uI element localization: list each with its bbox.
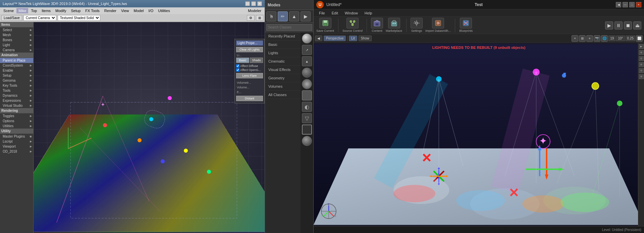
ue-3d-viewport[interactable]: LIGHTING NEEDS TO BE REBUILT (9 unbuilt … <box>314 43 644 226</box>
class-basic[interactable]: Basic <box>265 41 301 49</box>
sidebar-item-dynamics[interactable]: Dynamics▶ <box>0 93 33 98</box>
mode-expand-btn[interactable]: ▶ <box>301 11 311 21</box>
thumb-triangle[interactable]: ▲ <box>302 56 312 66</box>
save-current-group[interactable]: Save Current <box>316 18 334 33</box>
vp-icon-maximize[interactable]: ⬜ <box>636 35 643 42</box>
lw-close-btn[interactable]: ✕ <box>257 1 262 6</box>
edge-btn-6[interactable]: ⊞ <box>639 74 644 79</box>
class-visual-effects[interactable]: Visual Effects <box>265 66 301 74</box>
settings-group[interactable]: Settings <box>411 18 423 33</box>
menu-render[interactable]: Render <box>102 8 118 13</box>
lw-minimize-btn[interactable]: — <box>245 1 250 6</box>
sidebar-item-light[interactable]: Light▶ <box>0 43 33 48</box>
affect-opengl-checkbox[interactable] <box>236 68 239 72</box>
search-classes-input[interactable] <box>266 24 312 31</box>
ue-maximize-btn[interactable]: □ <box>629 2 635 7</box>
sidebar-item-toggles[interactable]: Toggles▶ <box>0 113 33 119</box>
thumb-arrow[interactable]: ↗ <box>302 45 312 55</box>
class-cinematic[interactable]: Cinematic <box>265 57 301 66</box>
mode-select-btn[interactable]: 🖱 <box>266 11 276 21</box>
layout-btn[interactable]: ⊞ <box>256 15 263 21</box>
sidebar-item-tools[interactable]: Tools▶ <box>0 88 33 93</box>
ue-minimize-btn[interactable]: — <box>623 2 628 7</box>
camera-select[interactable]: Current Camera <box>23 15 56 21</box>
menu-help[interactable]: Help <box>362 10 375 16</box>
edge-btn-1[interactable]: ▶ <box>639 44 644 49</box>
sidebar-item-options[interactable]: Options▶ <box>0 119 33 124</box>
thumb-square-outline[interactable] <box>302 125 312 135</box>
vp-icon-world[interactable]: 🌐 <box>601 35 608 42</box>
clear-all-lights-btn[interactable]: Clear All Lights <box>236 47 263 52</box>
sidebar-item-od2018[interactable]: OD_2018▶ <box>0 149 33 154</box>
sidebar-item-viewport[interactable]: Viewport▶ <box>0 144 33 149</box>
show-btn[interactable]: Show <box>359 35 372 41</box>
menu-setup[interactable]: Setup <box>69 8 83 13</box>
ue-arrow-left[interactable]: ◀ <box>616 2 621 7</box>
vp-icon-grid[interactable]: ⊞ <box>579 35 586 42</box>
vp-arrow-btn[interactable]: ◀ <box>315 35 322 41</box>
menu-io[interactable]: I/O <box>147 8 156 13</box>
settings-btn[interactable]: ⚙ <box>247 15 255 21</box>
menu-modify[interactable]: Modify <box>53 8 68 13</box>
sidebar-item-mesh[interactable]: Mesh▶ <box>0 32 33 37</box>
sidebar-item-master-plugins[interactable]: Master Plugins◉ <box>0 134 33 139</box>
lw-3d-viewport[interactable]: ✦ Light Prope... Clear All Lights Li... … <box>34 22 265 233</box>
menu-items[interactable]: Items <box>40 8 53 13</box>
menu-utilities[interactable]: Utilities <box>156 8 172 13</box>
class-geometry[interactable]: Geometry <box>265 74 301 82</box>
load-save-btn[interactable]: Load/Save <box>1 15 22 21</box>
perspective-btn[interactable]: Perspective <box>324 35 346 41</box>
sidebar-item-virtual-studio[interactable]: Virtual Studio▶ <box>0 103 33 108</box>
thumb-sphere[interactable] <box>302 33 312 44</box>
stop-btn[interactable]: ⏹ <box>624 21 632 29</box>
sidebar-item-utilities[interactable]: Utilities▶ <box>0 124 33 129</box>
thumb-sphere2[interactable] <box>302 68 312 78</box>
sidebar-item-lscript[interactable]: Lscript▶ <box>0 139 33 144</box>
edge-btn-5[interactable]: ⊟ <box>639 68 644 73</box>
menu-edit[interactable]: Edit <box>329 10 341 16</box>
blueprints-group[interactable]: Blueprints <box>459 18 473 33</box>
pause-btn[interactable]: ⏸ <box>614 21 623 29</box>
sidebar-item-coordsystem[interactable]: CoordSystem▶ <box>0 63 33 68</box>
thumb-gray-sphere[interactable] <box>302 136 312 146</box>
thumb-halfcircle[interactable]: ◐ <box>302 102 312 112</box>
class-lights[interactable]: Lights <box>265 49 301 57</box>
menu-view[interactable]: View <box>119 8 131 13</box>
lw-maximize-btn[interactable]: □ <box>251 1 256 6</box>
thumb-circle[interactable] <box>302 79 312 89</box>
class-volumes[interactable]: Volumes <box>265 82 301 91</box>
sidebar-item-select[interactable]: Select▶ <box>0 27 33 32</box>
thumb-cone[interactable]: ▽ <box>302 113 312 123</box>
mode-paint-btn[interactable]: ✏ <box>278 11 288 21</box>
import-datasmith-group[interactable]: D Import Datasmith... <box>425 18 451 33</box>
lens-flare-btn[interactable]: Lens Flare <box>236 73 263 78</box>
sidebar-item-expressions[interactable]: Expressions▶ <box>0 98 33 103</box>
content-group[interactable]: Content <box>371 18 383 33</box>
thumb-box[interactable] <box>302 90 312 100</box>
menu-top[interactable]: Top <box>29 8 39 13</box>
marketplace-group[interactable]: Marketplace <box>386 18 402 33</box>
menu-window[interactable]: Window <box>342 10 361 16</box>
tab-basic[interactable]: Basic <box>236 58 249 63</box>
play-btn[interactable]: ▶ <box>605 21 613 29</box>
lit-btn[interactable]: Lit <box>349 35 357 41</box>
class-all-classes[interactable]: All Classes <box>265 91 301 99</box>
edge-btn-3[interactable]: ⊟ <box>639 56 644 61</box>
eject-btn[interactable]: ⏏ <box>633 21 641 29</box>
class-recently-placed[interactable]: Recently Placed <box>265 32 301 41</box>
menu-model[interactable]: Model <box>132 8 146 13</box>
ue-close-btn[interactable]: ✕ <box>636 2 641 7</box>
view-mode-select[interactable]: Textured Shaded Solid <box>58 15 100 21</box>
sidebar-item-camera[interactable]: Camera▶ <box>0 48 33 53</box>
menu-modeler[interactable]: Modeler <box>246 8 263 13</box>
vp-icon-snap[interactable]: ⌖ <box>586 35 593 42</box>
distant-btn[interactable]: Distant <box>236 96 263 101</box>
sidebar-item-genoma[interactable]: Genoma▶ <box>0 78 33 83</box>
affect-diffuse-checkbox[interactable] <box>236 64 239 68</box>
vp-icon-add[interactable]: + <box>572 35 578 42</box>
menu-fx-tools[interactable]: FX Tools <box>83 8 102 13</box>
vp-icon-cam[interactable]: 📷 <box>594 35 600 42</box>
sidebar-item-enable[interactable]: Enable▶ <box>0 68 33 73</box>
sidebar-item-bones[interactable]: Bones▶ <box>0 37 33 43</box>
edge-btn-2[interactable]: ⊞ <box>639 50 644 55</box>
